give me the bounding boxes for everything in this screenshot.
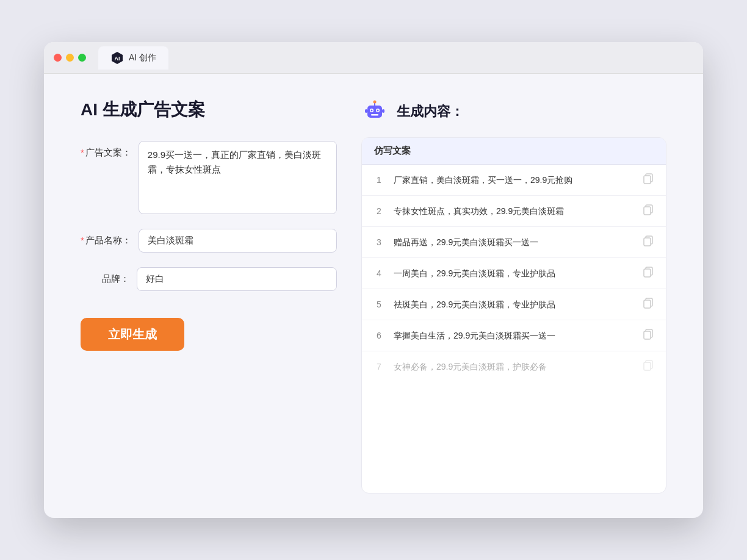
copy-icon[interactable] [643,298,654,311]
svg-rect-21 [644,300,651,308]
page-title: AI 生成广告文案 [81,98,337,121]
robot-icon [361,98,388,125]
svg-rect-2 [367,106,382,118]
result-number: 7 [374,362,384,372]
title-bar: AI AI 创作 [44,42,703,74]
result-text: 祛斑美白，29.9元美白淡斑霜，专业护肤品 [394,298,633,311]
right-header: 生成内容： [361,98,666,125]
content-area: AI 生成广告文案 *广告文案： 29.9买一送一，真正的厂家直销，美白淡斑霜，… [44,74,703,518]
copy-icon[interactable] [643,360,654,373]
copy-icon[interactable] [643,329,654,342]
results-list: 1厂家直销，美白淡斑霜，买一送一，29.9元抢购 2专抹女性斑点，真实功效，29… [362,165,666,382]
product-name-input[interactable] [139,229,337,253]
result-number: 2 [374,206,384,216]
svg-rect-17 [644,238,651,246]
result-number: 6 [374,331,384,340]
svg-point-6 [377,110,379,112]
svg-text:AI: AI [115,56,120,62]
copy-icon[interactable] [643,204,654,218]
ad-copy-label: *广告文案： [81,141,131,159]
close-button[interactable] [54,54,62,62]
tab-label: AI 创作 [129,52,156,63]
browser-window: AI AI 创作 AI 生成广告文案 *广告文案： 29.9买一送一，真正的厂家… [44,42,703,518]
brand-group: 品牌： [81,267,337,291]
minimize-button[interactable] [66,54,74,62]
product-name-required-star: * [81,235,84,245]
result-text: 掌握美白生活，29.9元美白淡斑霜买一送一 [394,329,633,342]
copy-icon[interactable] [643,173,654,187]
result-number: 4 [374,268,384,278]
result-text: 女神必备，29.9元美白淡斑霜，护肤必备 [394,361,633,373]
result-item: 7女神必备，29.9元美白淡斑霜，护肤必备 [362,351,666,382]
product-name-group: *产品名称： [81,229,337,253]
maximize-button[interactable] [78,54,86,62]
ai-tab-icon: AI [110,51,124,65]
result-number: 1 [374,175,384,185]
result-item: 3赠品再送，29.9元美白淡斑霜买一送一 [362,227,666,258]
right-panel: 生成内容： 仿写文案 1厂家直销，美白淡斑霜，买一送一，29.9元抢购 2专抹女… [361,98,666,494]
brand-label: 品牌： [81,267,129,285]
product-name-label: *产品名称： [81,229,131,246]
svg-point-9 [374,101,377,104]
traffic-lights [54,54,86,62]
svg-rect-13 [644,176,651,184]
svg-rect-25 [644,362,651,370]
right-title: 生成内容： [397,102,464,121]
left-panel: AI 生成广告文案 *广告文案： 29.9买一送一，真正的厂家直销，美白淡斑霜，… [81,98,337,494]
ai-tab[interactable]: AI AI 创作 [98,46,168,70]
result-number: 5 [374,300,384,309]
svg-rect-11 [382,109,384,113]
copy-icon[interactable] [643,267,654,280]
ad-copy-group: *广告文案： 29.9买一送一，真正的厂家直销，美白淡斑霜，专抹女性斑点 [81,141,337,214]
results-container: 仿写文案 1厂家直销，美白淡斑霜，买一送一，29.9元抢购 2专抹女性斑点，真实… [361,137,666,494]
result-item: 4一周美白，29.9元美白淡斑霜，专业护肤品 [362,258,666,289]
svg-rect-7 [371,114,378,116]
result-item: 1厂家直销，美白淡斑霜，买一送一，29.9元抢购 [362,165,666,196]
ad-copy-textarea[interactable]: 29.9买一送一，真正的厂家直销，美白淡斑霜，专抹女性斑点 [139,141,337,214]
result-text: 赠品再送，29.9元美白淡斑霜买一送一 [394,236,633,249]
result-item: 6掌握美白生活，29.9元美白淡斑霜买一送一 [362,320,666,351]
result-text: 一周美白，29.9元美白淡斑霜，专业护肤品 [394,267,633,280]
svg-rect-15 [644,207,651,215]
svg-point-5 [371,110,373,112]
brand-input[interactable] [137,267,337,291]
result-text: 专抹女性斑点，真实功效，29.9元美白淡斑霜 [394,205,633,218]
generate-button[interactable]: 立即生成 [81,318,184,351]
result-number: 3 [374,237,384,247]
ad-copy-required-star: * [81,147,84,157]
results-header: 仿写文案 [362,138,666,165]
svg-rect-23 [644,331,651,339]
result-item: 2专抹女性斑点，真实功效，29.9元美白淡斑霜 [362,196,666,227]
copy-icon[interactable] [643,235,654,249]
result-text: 厂家直销，美白淡斑霜，买一送一，29.9元抢购 [394,174,633,187]
svg-rect-19 [644,269,651,277]
svg-rect-10 [365,109,367,113]
result-item: 5祛斑美白，29.9元美白淡斑霜，专业护肤品 [362,289,666,320]
